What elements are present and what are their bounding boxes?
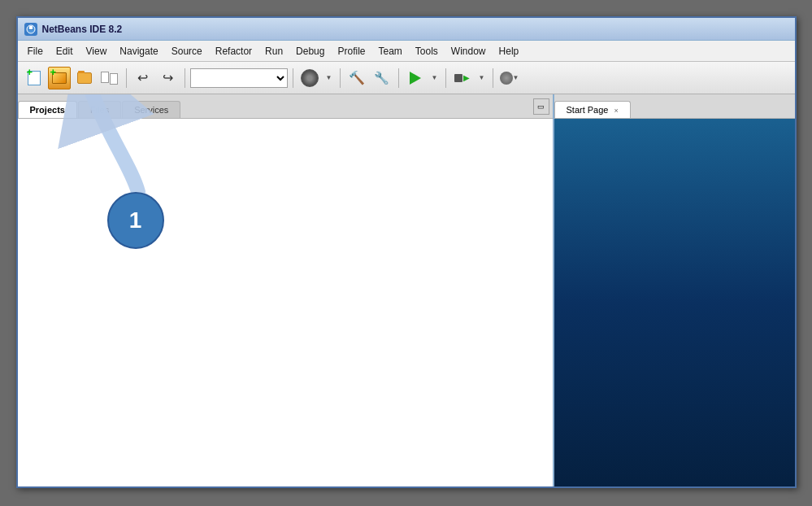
toolbar: + + ↩ ↪ [18, 62, 795, 94]
arrow-svg [18, 119, 245, 281]
tab-projects[interactable]: Projects [18, 101, 77, 118]
minimize-icon: ▭ [537, 103, 545, 111]
project-combo[interactable] [190, 68, 288, 88]
menu-tools[interactable]: Tools [409, 44, 445, 59]
annotation-circle-1: 1 [107, 192, 164, 249]
toolbar-separator-4 [340, 68, 341, 88]
right-panel: Start Page × [554, 94, 795, 486]
menu-help[interactable]: Help [493, 44, 526, 59]
hammer-icon: 🔨 [349, 70, 365, 85]
undo-icon: ↩ [137, 70, 148, 85]
menu-edit[interactable]: Edit [50, 44, 80, 59]
new-file-button[interactable]: + [23, 67, 46, 89]
run-icon [410, 72, 421, 85]
open-project-button[interactable] [73, 67, 96, 89]
new-project-button[interactable]: + [48, 67, 71, 89]
menu-view[interactable]: View [80, 44, 114, 59]
copy-button[interactable] [98, 67, 121, 89]
right-tabs-bar: Start Page × [554, 94, 795, 119]
tab-files[interactable]: Files [78, 101, 121, 118]
menu-profile[interactable]: Profile [331, 44, 371, 59]
menu-debug[interactable]: Debug [289, 44, 331, 59]
window-title: NetBeans IDE 8.2 [42, 24, 123, 35]
title-bar: NetBeans IDE 8.2 [18, 18, 795, 41]
run-dropdown-button[interactable]: ▼ [429, 67, 441, 89]
menu-file[interactable]: File [21, 44, 50, 59]
toolbar-separator-3 [293, 68, 293, 88]
chevron-down-icon: ▼ [326, 74, 332, 81]
redo-button[interactable]: ↪ [157, 67, 180, 89]
left-tabs-bar: Projects Files Services ▭ [18, 94, 553, 119]
build-button[interactable]: 🔨 [345, 67, 368, 89]
wrench-icon: 🔧 [374, 71, 389, 85]
menu-run[interactable]: Run [258, 44, 289, 59]
left-content-panel: 1 [18, 119, 553, 486]
menu-window[interactable]: Window [445, 44, 493, 59]
left-panel: Projects Files Services ▭ [18, 94, 554, 486]
configure-button[interactable]: 🔧 [371, 67, 393, 89]
toolbar-separator-2 [185, 68, 185, 88]
annotation-layer: 1 [18, 119, 553, 486]
toolbar-separator-5 [398, 68, 399, 88]
browser-dropdown-button[interactable]: ▼ [323, 67, 335, 89]
globe-icon [301, 69, 319, 87]
toolbar-separator-7 [493, 68, 493, 88]
menu-bar: File Edit View Navigate Source Refactor … [18, 41, 795, 62]
tab-start-page[interactable]: Start Page × [554, 101, 631, 118]
profile-run-button[interactable]: ▼ [498, 67, 521, 89]
step-chevron-icon: ▼ [479, 74, 485, 81]
menu-navigate[interactable]: Navigate [113, 44, 164, 59]
close-tab-button[interactable]: × [614, 107, 619, 115]
menu-source[interactable]: Source [165, 44, 209, 59]
browser-button[interactable] [298, 67, 321, 89]
minimize-panel-button[interactable]: ▭ [533, 98, 549, 115]
tab-services[interactable]: Services [122, 101, 180, 118]
undo-button[interactable]: ↩ [132, 67, 154, 89]
main-window: NetBeans IDE 8.2 File Edit View Navigate… [16, 16, 797, 488]
toolbar-separator-6 [445, 68, 446, 88]
app-icon [24, 23, 37, 36]
run-button[interactable] [404, 67, 427, 89]
start-page-content [554, 119, 795, 486]
menu-refactor[interactable]: Refactor [209, 44, 258, 59]
step-dropdown-button[interactable]: ▼ [476, 67, 488, 89]
redo-icon: ↪ [163, 70, 173, 85]
step-button[interactable]: ▶ [451, 67, 474, 89]
toolbar-separator-1 [126, 68, 127, 88]
menu-team[interactable]: Team [372, 44, 409, 59]
svg-rect-2 [28, 29, 33, 30]
main-area: Projects Files Services ▭ [18, 94, 795, 486]
run-chevron-icon: ▼ [432, 74, 438, 81]
